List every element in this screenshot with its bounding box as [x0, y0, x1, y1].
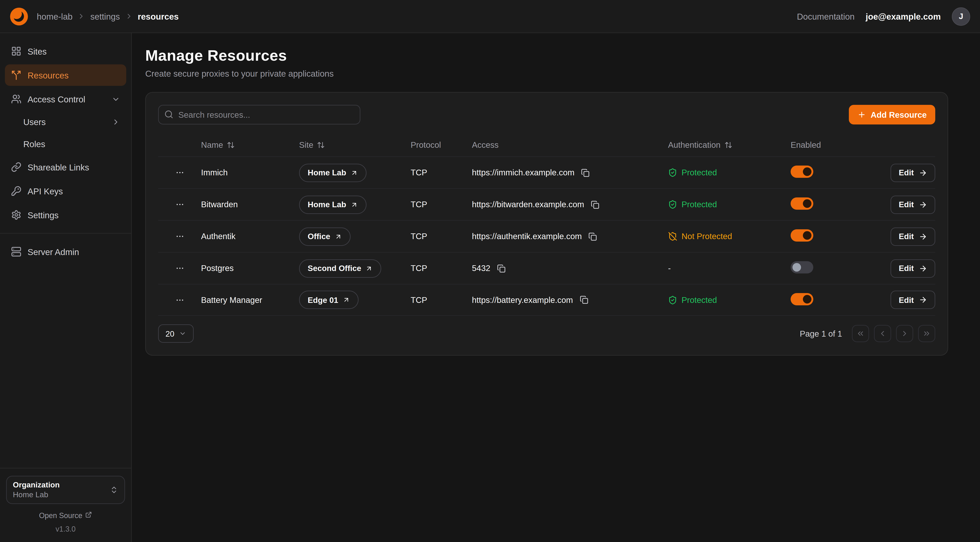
- copy-icon[interactable]: [590, 199, 601, 210]
- resource-name: Authentik: [201, 232, 299, 241]
- edit-button[interactable]: Edit: [891, 291, 935, 309]
- pagination: Page 1 of 1: [800, 325, 935, 342]
- copy-icon[interactable]: [587, 231, 598, 242]
- access-url: https://battery.example.com: [472, 295, 573, 304]
- sidebar-item-resources[interactable]: Resources: [5, 64, 126, 86]
- enabled-toggle[interactable]: [791, 198, 813, 210]
- arrow-right-icon: [919, 232, 927, 241]
- app-version: v1.3.0: [6, 525, 125, 533]
- table-row: Immich Home Lab TCP https://immich.examp…: [158, 156, 935, 188]
- copy-icon[interactable]: [496, 263, 507, 274]
- arrow-right-icon: [919, 295, 927, 304]
- copy-icon[interactable]: [578, 294, 589, 305]
- column-header-site[interactable]: Site: [299, 140, 410, 150]
- organization-selector[interactable]: Organization Home Lab: [6, 476, 125, 504]
- resource-name: Immich: [201, 168, 299, 177]
- arrow-up-right-icon: [350, 201, 358, 208]
- row-actions-ellipsis-icon[interactable]: [173, 198, 187, 212]
- sidebar-item-server-admin[interactable]: Server Admin: [5, 241, 126, 262]
- edit-button[interactable]: Edit: [891, 227, 935, 245]
- copy-icon[interactable]: [580, 167, 591, 178]
- sidebar-item-shareable-links[interactable]: Shareable Links: [5, 156, 126, 178]
- table-header: Name Site Protocol Access Authentication…: [158, 133, 935, 156]
- grid-icon: [11, 46, 21, 56]
- sidebar-item-settings[interactable]: Settings: [5, 204, 126, 226]
- open-source-link[interactable]: Open Source: [6, 511, 125, 520]
- site-link-button[interactable]: Edge 01: [299, 291, 358, 309]
- main-content: Manage Resources Create secure proxies t…: [132, 33, 980, 542]
- sort-icon: [227, 141, 235, 149]
- site-link-button[interactable]: Home Lab: [299, 195, 366, 214]
- chevrons-right-icon: [923, 329, 931, 338]
- protocol: TCP: [410, 232, 472, 241]
- documentation-link[interactable]: Documentation: [797, 11, 855, 21]
- column-header-name[interactable]: Name: [201, 140, 299, 150]
- sort-icon: [724, 141, 732, 149]
- sidebar-item-sites[interactable]: Sites: [5, 40, 126, 62]
- access-port: 5432: [472, 264, 490, 273]
- sidebar-item-roles[interactable]: Roles: [5, 134, 126, 154]
- row-actions-ellipsis-icon[interactable]: [173, 293, 187, 307]
- page-title: Manage Resources: [145, 46, 948, 64]
- page-size-select[interactable]: 20: [158, 324, 194, 343]
- enabled-toggle[interactable]: [791, 166, 813, 178]
- chevron-right-icon: [78, 12, 85, 20]
- topbar: home-lab settings resources Documentatio…: [0, 0, 980, 33]
- site-link-button[interactable]: Home Lab: [299, 164, 366, 182]
- app: home-lab settings resources Documentatio…: [0, 0, 980, 542]
- column-header-authentication[interactable]: Authentication: [668, 140, 791, 150]
- breadcrumb-home-lab[interactable]: home-lab: [37, 11, 73, 21]
- table-footer: 20 Page 1 of 1: [158, 324, 935, 343]
- pagination-first-button[interactable]: [852, 325, 869, 342]
- protocol: TCP: [410, 200, 472, 209]
- resource-name: Bitwarden: [201, 200, 299, 209]
- arrow-right-icon: [919, 264, 927, 273]
- pagination-last-button[interactable]: [918, 325, 935, 342]
- enabled-toggle[interactable]: [791, 261, 813, 273]
- table-row: Authentik Office TCP https://authentik.e…: [158, 220, 935, 252]
- user-email[interactable]: joe@example.com: [865, 11, 941, 21]
- shield-check-icon: [668, 200, 677, 209]
- table-row: Battery Manager Edge 01 TCP https://batt…: [158, 284, 935, 316]
- resources-split-icon: [11, 70, 21, 80]
- enabled-toggle[interactable]: [791, 229, 813, 242]
- chevron-right-icon: [900, 329, 909, 338]
- edit-button[interactable]: Edit: [891, 164, 935, 182]
- column-header-enabled: Enabled: [791, 140, 875, 150]
- protocol: TCP: [410, 168, 472, 177]
- breadcrumb-settings[interactable]: settings: [90, 11, 120, 21]
- pagination-prev-button[interactable]: [874, 325, 891, 342]
- sidebar-item-users[interactable]: Users: [5, 112, 126, 132]
- row-actions-ellipsis-icon[interactable]: [173, 229, 187, 244]
- key-icon: [11, 186, 21, 196]
- arrow-right-icon: [919, 168, 927, 177]
- edit-button[interactable]: Edit: [891, 259, 935, 277]
- auth-status: Not Protected: [668, 232, 791, 241]
- page-subtitle: Create secure proxies to your private ap…: [145, 69, 948, 78]
- search-input[interactable]: [158, 105, 360, 124]
- column-header-access: Access: [472, 140, 668, 150]
- row-actions-ellipsis-icon[interactable]: [173, 166, 187, 180]
- card-toolbar: Add Resource: [158, 105, 935, 124]
- app-logo-fox-icon: [10, 7, 28, 26]
- resources-card: Add Resource Name Site Protocol Access A…: [145, 92, 948, 355]
- breadcrumb-resources[interactable]: resources: [138, 11, 179, 21]
- sidebar-item-access-control[interactable]: Access Control: [5, 88, 126, 110]
- site-link-button[interactable]: Second Office: [299, 259, 382, 277]
- chevrons-up-down-icon: [110, 486, 118, 494]
- sidebar-item-api-keys[interactable]: API Keys: [5, 180, 126, 202]
- breadcrumb: home-lab settings resources: [37, 11, 179, 21]
- avatar[interactable]: J: [952, 7, 970, 26]
- pagination-next-button[interactable]: [896, 325, 913, 342]
- table-row: Postgres Second Office TCP 5432 - Edit: [158, 252, 935, 284]
- row-actions-ellipsis-icon[interactable]: [173, 261, 187, 275]
- site-link-button[interactable]: Office: [299, 227, 350, 245]
- sidebar-bottom: Organization Home Lab Open Source v1.3.0: [0, 468, 131, 542]
- sidebar-item-label: Shareable Links: [27, 162, 89, 172]
- chevron-down-icon: [179, 330, 186, 337]
- add-resource-button[interactable]: Add Resource: [849, 105, 935, 124]
- gear-icon: [11, 210, 21, 220]
- access-url: https://immich.example.com: [472, 168, 574, 177]
- edit-button[interactable]: Edit: [891, 195, 935, 214]
- enabled-toggle[interactable]: [791, 293, 813, 305]
